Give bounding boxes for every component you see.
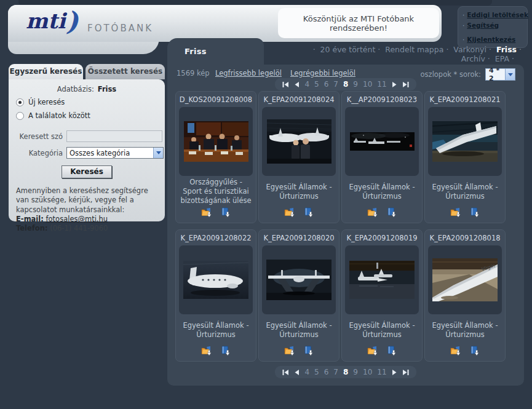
category-label: Kategória [9, 149, 66, 157]
quick-link-row: ·Kijelentkezés [463, 34, 523, 45]
keyword-input[interactable] [66, 130, 162, 142]
page-number-4[interactable]: 4 [304, 368, 309, 376]
tab-advanced-search[interactable]: Összetett keresés [85, 64, 165, 79]
photo-id[interactable]: K_EPA20091208020 [263, 234, 334, 242]
dropdown-arrow-icon[interactable] [153, 148, 163, 158]
page-number-6[interactable]: 6 [324, 368, 329, 376]
folder-download-icon[interactable] [284, 346, 295, 356]
nav-link-arch-v[interactable]: Archív [461, 54, 485, 63]
top-nav-row-2: Archív· EPA· [459, 54, 514, 63]
brand-title: FOTÓBANK [87, 23, 153, 34]
radio-within-results[interactable]: A találatok között [16, 111, 165, 121]
page-number-8[interactable]: 8 [343, 80, 348, 89]
search-sidebar: Adatbázis:Friss Új keresés A találatok k… [9, 79, 165, 221]
radio-new-search[interactable]: Új keresés [16, 97, 165, 107]
photo-caption: Országgyűlés - Sport és turisztikai bizo… [176, 176, 256, 207]
quick-link[interactable]: Eddigi letöltések [467, 11, 528, 18]
page-number-7[interactable]: 7 [333, 368, 338, 376]
last-page-icon[interactable] [402, 81, 410, 88]
results-panel: 1569 kép Legfrissebb legelöl Legrégebbi … [167, 65, 524, 386]
photo-id[interactable]: K__AP20091208023 [347, 95, 417, 104]
folder-download-icon[interactable] [367, 346, 378, 356]
document-download-icon[interactable] [469, 346, 480, 356]
page-number-4[interactable]: 4 [304, 80, 309, 89]
photo-caption: Egyesült Államok - Űrturizmus [259, 314, 339, 346]
document-download-icon[interactable] [303, 346, 314, 356]
page-number-10[interactable]: 10 [363, 80, 372, 89]
document-download-icon[interactable] [220, 207, 231, 218]
page-number-11[interactable]: 11 [377, 80, 386, 89]
mti-logo[interactable]: mti ) [26, 10, 78, 33]
crew-portrait-photo[interactable] [262, 107, 336, 176]
photo-id[interactable]: K_EPA20091208022 [180, 234, 251, 242]
previous-page-icon[interactable] [294, 369, 300, 376]
photo-id[interactable]: D_KOS20091208008 [180, 95, 252, 104]
page-number-5[interactable]: 5 [314, 80, 319, 89]
bullet: · [313, 45, 316, 54]
photo-id[interactable]: K_EPA20091208019 [346, 234, 417, 242]
nav-link-friss[interactable]: Friss [496, 45, 517, 54]
photo-id[interactable]: K_EPA20091208024 [263, 95, 334, 104]
nav-link-20-ve-t-rt-nt[interactable]: 20 éve történt [320, 45, 376, 54]
document-download-icon[interactable] [386, 346, 397, 356]
next-page-icon[interactable] [392, 81, 397, 88]
results-tab-friss[interactable]: Friss [167, 38, 264, 65]
photo-id[interactable]: K_EPA20091208018 [429, 234, 500, 242]
aircraft-side-photo[interactable] [179, 245, 253, 314]
page-number-10[interactable]: 10 [363, 368, 372, 376]
photo-caption: Egyesült Államok - Űrturizmus [176, 314, 256, 346]
database-label: Adatbázis: [57, 85, 94, 93]
folder-download-icon[interactable] [201, 346, 212, 356]
nav-link-rendelt-mappa[interactable]: Rendelt mappa [385, 45, 443, 54]
page-number-11[interactable]: 11 [377, 368, 386, 376]
wing-closeup-photo[interactable]: Virgin [428, 245, 502, 314]
hangar-fuselage-photo[interactable] [428, 107, 502, 176]
photo-actions [201, 207, 231, 218]
folder-download-icon[interactable] [367, 207, 378, 218]
folder-download-icon[interactable] [284, 207, 295, 218]
radio-button-icon[interactable] [16, 112, 24, 120]
email-link[interactable]: fotosales@mti.hu [46, 215, 108, 223]
page-number-8[interactable]: 8 [343, 368, 348, 376]
sort-oldest-link[interactable]: Legrégebbi legelöl [290, 69, 355, 77]
bullet: · [512, 54, 514, 63]
panorama-night-photo[interactable] [345, 107, 419, 176]
document-download-icon[interactable] [469, 207, 480, 218]
sort-newest-link[interactable]: Legfrissebb legelöl [215, 69, 282, 77]
document-download-icon[interactable] [303, 207, 314, 218]
bullet: · [488, 54, 490, 63]
tab-simple-search[interactable]: Egyszerű keresés [9, 64, 83, 79]
quick-link[interactable]: Segítség [467, 22, 499, 29]
committee-meeting-photo[interactable] [179, 107, 253, 176]
phone-label: Telefon: [16, 224, 48, 232]
category-select[interactable]: Összes kategória [66, 147, 164, 159]
search-button[interactable]: Keresés [62, 165, 112, 178]
last-page-icon[interactable] [402, 369, 410, 376]
photo-caption: Egyesült Államok - Űrturizmus [342, 176, 422, 207]
photo-card: K_EPA20091208021 Egyesült Államok - Űrtu… [424, 91, 506, 223]
radio-button-icon[interactable] [16, 98, 24, 106]
page-number-9[interactable]: 9 [353, 368, 358, 376]
page-number-9[interactable]: 9 [353, 80, 358, 89]
page-number-6[interactable]: 6 [324, 80, 329, 89]
folder-download-icon[interactable] [450, 346, 461, 356]
nav-link-varkonyi[interactable]: Varkonyi [453, 45, 486, 54]
quick-link[interactable]: Kijelentkezés [467, 36, 515, 43]
folder-download-icon[interactable] [201, 207, 212, 218]
document-download-icon[interactable] [220, 346, 231, 356]
document-download-icon[interactable] [386, 207, 397, 218]
first-page-icon[interactable] [282, 369, 289, 376]
aircraft-front-photo[interactable] [262, 245, 336, 314]
welcome-banner: Köszöntjük az MTI Fotóbank rendszerében! [278, 8, 439, 38]
photo-card: D_KOS20091208008 Országgyűlés - Sport és… [175, 91, 256, 223]
first-page-icon[interactable] [282, 81, 289, 88]
photo-id[interactable]: K_EPA20091208021 [429, 95, 500, 104]
page-number-7[interactable]: 7 [333, 80, 338, 89]
previous-page-icon[interactable] [294, 81, 300, 88]
next-page-icon[interactable] [392, 369, 397, 376]
hangar-distance-photo[interactable] [345, 245, 419, 314]
photo-actions [284, 207, 314, 218]
page-number-5[interactable]: 5 [314, 368, 319, 376]
folder-download-icon[interactable] [450, 207, 461, 218]
nav-link-epa[interactable]: EPA [495, 54, 509, 63]
